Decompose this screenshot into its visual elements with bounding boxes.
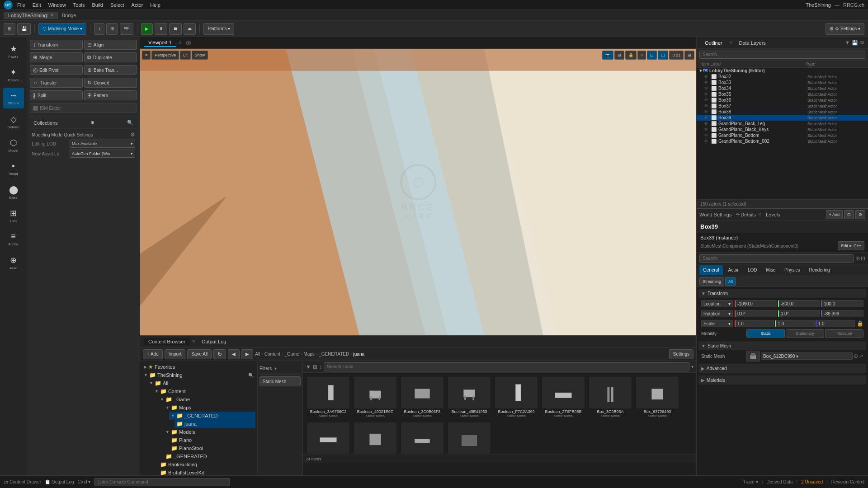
- tree-pianostool[interactable]: 📁 PianoStool: [169, 444, 255, 452]
- vp-extra-btn[interactable]: ⊞: [684, 51, 694, 60]
- sidebar-item-xform[interactable]: ↔ XForm: [3, 88, 24, 108]
- viewport-tab-close[interactable]: ✕: [178, 40, 182, 45]
- location-x[interactable]: -1090.0: [735, 300, 777, 307]
- vp-lit-btn[interactable]: Lit: [180, 51, 191, 60]
- save-all-btn[interactable]: Save All: [187, 349, 212, 359]
- vp-show-btn[interactable]: Show: [192, 51, 208, 60]
- toolbar-layout-btn[interactable]: ⊞: [4, 23, 15, 35]
- list-item[interactable]: Boolean_49021E9C Static Mesh: [353, 375, 398, 419]
- list-item[interactable]: Box_89C58EE9 Static Mesh: [400, 421, 445, 455]
- outliner-row[interactable]: 👁⬜GrandPiano_BottomStaticMeshActor: [697, 132, 868, 138]
- edit-cpp-btn[interactable]: Edit in C++: [838, 241, 864, 250]
- revision-control-btn[interactable]: Revision Control: [831, 479, 864, 484]
- vp-mode-btn[interactable]: ⊡: [647, 51, 657, 60]
- list-item[interactable]: Box_63726490 Static Mesh: [635, 375, 680, 419]
- transform-btn[interactable]: ↕ Transform: [30, 40, 83, 50]
- sidebar-item-bake[interactable]: ⬤ Bake: [3, 182, 24, 202]
- content-browser-close[interactable]: ✕: [192, 339, 195, 344]
- qs-asset-dropdown[interactable]: AutoGen Folder (Wor ▾: [70, 150, 135, 158]
- camera-btn[interactable]: 📷: [120, 23, 133, 35]
- tree-game[interactable]: ▼ 📁 _Game: [158, 395, 255, 404]
- details-tab-close[interactable]: ✕: [758, 212, 761, 217]
- asset-search-input[interactable]: [324, 362, 689, 371]
- outliner-row[interactable]: 👁⬜GrandPiano_Bottom_002StaticMeshActor: [697, 138, 868, 144]
- transform-gizmo-btn[interactable]: ↕: [94, 23, 104, 35]
- sidebar-item-model[interactable]: ⬡ Model: [3, 135, 24, 155]
- lod-tab-btn[interactable]: LOD: [744, 265, 761, 275]
- location-dropdown[interactable]: Location ▾: [701, 300, 733, 307]
- derived-data-btn[interactable]: Derived Data: [766, 479, 793, 484]
- outliner-row[interactable]: 👁⬜Box39StaticMeshActor: [697, 115, 868, 121]
- pause-btn[interactable]: ⏸: [155, 23, 167, 35]
- world-settings-tab[interactable]: World Settings: [699, 212, 731, 217]
- toolbar-save-btn[interactable]: 💾: [17, 23, 31, 35]
- play-btn[interactable]: ▶: [141, 23, 153, 35]
- outliner-row[interactable]: 👁⬜Box34StaticMeshActor: [697, 85, 868, 91]
- outliner-row[interactable]: 👁⬜Box38StaticMeshActor: [697, 109, 868, 115]
- sort-icon[interactable]: ↕: [319, 364, 322, 370]
- location-z[interactable]: 100.0: [821, 300, 863, 307]
- static-mesh-filter-btn[interactable]: Static Mesh: [259, 376, 301, 386]
- vp-snap-btn[interactable]: 🔒: [625, 51, 637, 60]
- transfer-btn[interactable]: ↔ Transfer: [30, 78, 83, 88]
- cmd-btn[interactable]: Cmd ▾: [78, 479, 91, 484]
- vp-cam-speed-btn[interactable]: 📷: [602, 51, 613, 60]
- vp-grid-btn[interactable]: ⊞: [614, 51, 624, 60]
- levels-tab[interactable]: Levels: [766, 212, 780, 217]
- sm-arrow-icon[interactable]: ↗: [859, 353, 863, 359]
- actor-tab-btn[interactable]: Actor: [725, 265, 742, 275]
- menu-window[interactable]: Window: [46, 1, 69, 9]
- outliner-settings-icon[interactable]: ⚙: [860, 40, 864, 46]
- scale-y[interactable]: 1.0: [775, 320, 814, 327]
- vp-fov-btn[interactable]: ○: [637, 51, 646, 60]
- bc-content[interactable]: Content: [264, 352, 280, 357]
- sidebar-item-misc[interactable]: ⊕ Misc: [3, 252, 24, 273]
- scale-x[interactable]: 1.0: [735, 320, 774, 327]
- static-mobility-btn[interactable]: Static: [746, 329, 785, 338]
- viewport-tab-1[interactable]: Viewport 1: [144, 39, 176, 47]
- add-btn[interactable]: + Add: [143, 349, 163, 359]
- list-item[interactable]: Boolean_49E41963 Static Mesh: [447, 375, 492, 419]
- hist-fwd-btn[interactable]: ▶: [241, 349, 253, 359]
- tree-generated[interactable]: ▼ 📁 _GENERATED: [169, 412, 255, 420]
- refresh-btn[interactable]: ↻: [213, 349, 226, 359]
- filter-options-icon[interactable]: ▾: [274, 366, 277, 371]
- cb-settings-btn[interactable]: Settings: [669, 349, 693, 359]
- bc-juana[interactable]: juana: [354, 352, 364, 357]
- all-sub-btn[interactable]: All: [725, 277, 736, 286]
- eject-btn[interactable]: ⏏: [184, 23, 196, 35]
- collections-add-icon[interactable]: ⊕: [90, 120, 94, 126]
- outliner-row[interactable]: ▼ 🗺LobbyTheShining (Editor): [697, 68, 868, 74]
- sidebar-item-attribs[interactable]: ≡ Attribs: [3, 229, 24, 249]
- pattern-btn[interactable]: ⊞ Pattern: [84, 90, 137, 100]
- bc-game[interactable]: _Game: [284, 352, 299, 357]
- outliner-row[interactable]: 👁⬜Box37StaticMeshActor: [697, 103, 868, 109]
- physics-tab-btn[interactable]: Physics: [781, 265, 803, 275]
- tree-theshining[interactable]: ▼ 📁 TheShining 🔍: [142, 371, 255, 379]
- tree-favorites[interactable]: ▶ ★ Favorites: [142, 363, 255, 371]
- vp-toggle-btn[interactable]: ≡: [142, 51, 151, 60]
- details-layout-icon[interactable]: ⊞: [855, 255, 860, 262]
- outliner-search-input[interactable]: [699, 51, 865, 59]
- materials-section-header[interactable]: ▶ Materials: [698, 375, 866, 385]
- vp-wire-btn[interactable]: ◫: [658, 51, 668, 60]
- bc-generated[interactable]: _GENERATED: [319, 352, 349, 357]
- list-item[interactable]: Boolean_3C0B03F8 Static Mesh: [400, 375, 445, 419]
- advanced-section-header[interactable]: ▶ Advanced: [698, 364, 866, 373]
- split-btn[interactable]: ∦ Split: [30, 90, 83, 100]
- align-btn[interactable]: ⊟ Align: [84, 40, 137, 50]
- streaming-sub-btn[interactable]: Streaming: [699, 277, 724, 286]
- content-browser-tab[interactable]: Content Browser: [144, 338, 190, 345]
- location-y[interactable]: -800.0: [778, 300, 821, 307]
- edit-pivot-btn[interactable]: ◎ Edit Pivot: [30, 65, 83, 75]
- outliner-save-icon[interactable]: 💾: [852, 40, 858, 46]
- tree-maps[interactable]: ▼ 📁 Maps: [164, 404, 255, 412]
- movable-mobility-btn[interactable]: Movable: [825, 329, 863, 338]
- output-log-tab[interactable]: Output Log: [197, 338, 231, 345]
- details-blueprint-btn[interactable]: ⊡: [844, 210, 854, 219]
- sidebar-item-voxel[interactable]: ▪ Voxel: [3, 158, 24, 179]
- list-item[interactable]: Boolean_2T6FB05E Static Mesh: [541, 375, 586, 419]
- details-tab-label[interactable]: Details: [741, 212, 756, 217]
- stop-btn[interactable]: ⏹: [169, 23, 182, 35]
- tree-generated2[interactable]: 📁 _GENERATED: [164, 452, 255, 460]
